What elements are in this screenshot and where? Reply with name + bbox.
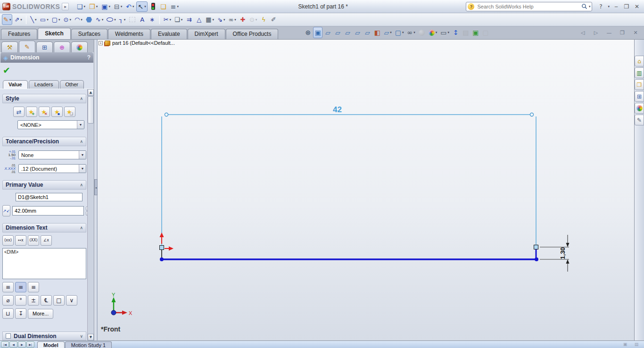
menu-expand-button[interactable]: ▸ xyxy=(62,3,69,10)
search-icon[interactable] xyxy=(581,3,587,9)
ellipse-button-caret[interactable]: ▾ xyxy=(114,18,116,22)
command-tab-office-products[interactable]: Office Products xyxy=(226,29,279,39)
dimension-42-label[interactable]: 42 xyxy=(333,105,342,114)
fillet-button[interactable]: ┐▾ xyxy=(118,14,127,25)
zoom-to-fit-button[interactable]: ⊛ xyxy=(303,27,313,38)
display-relations-button[interactable]: ∞▾ xyxy=(227,14,238,25)
dual-dimension-section-header[interactable]: Dual Dimension ∨ xyxy=(2,331,86,340)
panel-help-button[interactable]: ? xyxy=(87,54,91,61)
view-orientation-button-caret[interactable]: ▾ xyxy=(390,31,392,34)
justify-center-button[interactable]: ≡ xyxy=(15,282,26,292)
point-button[interactable]: ∗ xyxy=(148,14,157,25)
selection-filter-button[interactable] xyxy=(149,1,158,12)
status-icon-1[interactable]: ▣ xyxy=(620,340,630,348)
precision-dropdown[interactable]: .12 (Document) ▼ xyxy=(18,164,86,173)
slot-button[interactable]: ▢▾ xyxy=(50,14,62,25)
spline-button[interactable]: ∿▾ xyxy=(94,14,105,25)
panel-splitter[interactable]: ◂ xyxy=(94,40,98,340)
top-view-button[interactable]: ▱ xyxy=(353,27,362,38)
line-button[interactable]: ╲▾ xyxy=(29,14,38,25)
open-button[interactable]: ❒▾ xyxy=(88,1,99,12)
panel-scrollbar[interactable]: ▲ ▼ xyxy=(87,89,94,340)
previous-button[interactable]: ◀ xyxy=(9,341,17,348)
command-tab-weldments[interactable]: Weldments xyxy=(108,29,150,39)
spline-button-caret[interactable]: ▾ xyxy=(102,18,104,22)
sketch-vertex-top-right[interactable] xyxy=(530,113,534,116)
search-dropdown-caret[interactable]: ▾ xyxy=(589,5,591,8)
design-tree-tab[interactable]: ⚒ xyxy=(1,41,18,52)
sketch-vertex-bottom-right[interactable] xyxy=(535,257,538,261)
dimxpert-manager-tab[interactable]: ⊕ xyxy=(54,41,70,52)
tolerance-section-header[interactable]: Tolerance/Precision ∧ xyxy=(2,137,86,146)
next-button[interactable]: ▶ xyxy=(18,341,26,348)
help-dropdown-caret[interactable]: ▾ xyxy=(608,5,610,8)
collapse-icon[interactable]: ∧ xyxy=(80,139,83,144)
display-style-button[interactable]: ▢▾ xyxy=(394,27,405,38)
open-button-caret[interactable]: ▾ xyxy=(96,5,98,8)
counterbore-symbol-button[interactable]: ⊔ xyxy=(2,308,14,319)
hide-show-items-button-caret[interactable]: ▾ xyxy=(413,31,415,34)
select-button[interactable]: ↖▾ xyxy=(136,1,147,12)
polygon-button[interactable] xyxy=(84,14,94,25)
circle-button[interactable]: ⊙▾ xyxy=(62,14,72,25)
sketch-vertex-bottom-left[interactable] xyxy=(160,257,164,261)
bottom-tab-model[interactable]: Model xyxy=(37,341,65,348)
panel-tab-other[interactable]: Other xyxy=(60,80,84,89)
collapse-right-pane-button[interactable]: ▷ xyxy=(591,28,601,37)
display-style-button-caret[interactable]: ▾ xyxy=(402,31,404,34)
rectangle-button-caret[interactable]: ▾ xyxy=(47,18,49,22)
plus-minus-symbol-button[interactable]: ± xyxy=(28,295,39,306)
save-button[interactable]: ▣▾ xyxy=(100,1,112,12)
command-tab-surfaces[interactable]: Surfaces xyxy=(71,29,107,39)
command-tab-features[interactable]: Features xyxy=(1,29,37,39)
justify-left-button[interactable]: ≡ xyxy=(2,282,14,292)
front-view-button[interactable]: ▱ xyxy=(343,27,352,38)
linear-pattern-button[interactable]: ▦▾ xyxy=(204,14,215,25)
appearance-button[interactable]: ❏ xyxy=(159,1,168,12)
sketch-ink-button[interactable]: ✐ xyxy=(269,14,278,25)
display-manager-tab[interactable] xyxy=(71,41,88,52)
normal-to-button[interactable]: ↕ xyxy=(451,27,461,38)
display-relations-button-caret[interactable]: ▾ xyxy=(234,18,236,22)
sketch-button[interactable]: ✎▾ xyxy=(2,14,12,25)
new-document-button-caret[interactable]: ▾ xyxy=(84,5,86,8)
diameter-symbol-button[interactable]: ⌀ xyxy=(2,295,14,306)
line-button-caret[interactable]: ▾ xyxy=(35,18,37,22)
hide-show-items-button[interactable]: ∞▾ xyxy=(405,27,416,38)
ok-button[interactable]: ✔ xyxy=(3,65,10,75)
new-document-button[interactable]: ❏▾ xyxy=(75,1,87,12)
style-dropdown-caret[interactable]: ▼ xyxy=(77,121,84,129)
expand-icon[interactable]: ∨ xyxy=(80,334,83,339)
delete-style-button[interactable]: ★✕ xyxy=(39,107,50,117)
sketch-viewport[interactable]: 42 1,30 xyxy=(98,40,634,340)
precision-dropdown-caret[interactable]: ▼ xyxy=(79,165,86,173)
status-icon-2[interactable]: ▤ xyxy=(632,340,641,348)
undo-button-caret[interactable]: ▾ xyxy=(132,5,134,8)
dim-text-value-button[interactable]: (xx) xyxy=(2,235,14,246)
more-properties-button[interactable]: More... xyxy=(28,309,53,319)
trim-entities-button[interactable]: ✂▾ xyxy=(162,14,173,25)
dimension-1-30[interactable]: 1,30 xyxy=(540,235,570,272)
view-settings-button[interactable]: ▭▾ xyxy=(439,27,451,38)
previous-view-button[interactable]: ▱ xyxy=(323,27,332,38)
dim-text-outside-button[interactable]: (XX) xyxy=(28,235,39,246)
apply-scene-button-caret[interactable]: ▾ xyxy=(436,31,438,34)
tolerance-dropdown-caret[interactable]: ▼ xyxy=(79,151,86,159)
move-entities-button-caret[interactable]: ▾ xyxy=(223,18,225,22)
dimension-1-30-label[interactable]: 1,30 xyxy=(559,247,566,259)
smart-dimension-button[interactable]: ⇗▾ xyxy=(13,14,23,25)
section-view-button[interactable]: ◧ xyxy=(372,27,382,38)
view-settings-button-caret[interactable]: ▾ xyxy=(447,31,449,34)
convert-entities-button-caret[interactable]: ▾ xyxy=(181,18,183,22)
sketch-rectangle[interactable] xyxy=(160,113,539,262)
sketch-handle-right[interactable] xyxy=(534,245,538,249)
dim-text-offset-button[interactable]: ↔x xyxy=(15,235,26,246)
view-palette-tab[interactable]: ⊞ xyxy=(635,91,644,102)
depth-symbol-button[interactable]: ↧ xyxy=(15,308,26,319)
dual-dimension-checkbox[interactable] xyxy=(6,333,11,339)
graphics-area[interactable]: + part 16 (Default<<Default... 4 xyxy=(98,40,634,340)
text-button[interactable]: A xyxy=(138,14,147,25)
style-dropdown[interactable]: <NONE> ▼ xyxy=(17,120,84,129)
centerline-symbol-button[interactable]: ℄ xyxy=(41,295,52,306)
rectangle-button[interactable]: ▭▾ xyxy=(39,14,50,25)
